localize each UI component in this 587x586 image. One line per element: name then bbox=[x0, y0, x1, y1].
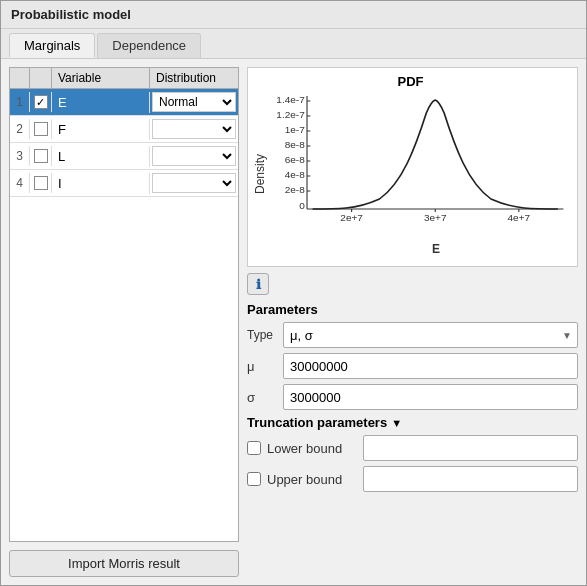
row-num: 1 bbox=[10, 92, 30, 112]
table-row[interactable]: 1 E Normal bbox=[10, 89, 238, 116]
svg-text:3e+7: 3e+7 bbox=[424, 213, 447, 223]
checkbox-f[interactable] bbox=[34, 122, 48, 136]
svg-text:0: 0 bbox=[299, 201, 305, 211]
truncation-arrow-icon: ▼ bbox=[391, 417, 402, 429]
checkbox-l[interactable] bbox=[34, 149, 48, 163]
truncation-label-text: Truncation parameters bbox=[247, 415, 387, 430]
left-panel: Variable Distribution 1 E Normal bbox=[9, 67, 239, 577]
parameters-label: Parameters bbox=[247, 302, 578, 317]
svg-text:1e-7: 1e-7 bbox=[285, 125, 305, 135]
svg-text:1.2e-7: 1.2e-7 bbox=[276, 110, 304, 120]
col-header-check bbox=[30, 68, 52, 88]
svg-text:4e-8: 4e-8 bbox=[285, 170, 305, 180]
svg-text:1.4e-7: 1.4e-7 bbox=[276, 95, 304, 105]
col-header-num bbox=[10, 68, 30, 88]
type-select[interactable]: μ, σ bbox=[283, 322, 578, 348]
upper-bound-checkbox[interactable] bbox=[247, 472, 261, 486]
svg-text:2e+7: 2e+7 bbox=[340, 213, 363, 223]
checkbox-i[interactable] bbox=[34, 176, 48, 190]
distribution-select-f[interactable] bbox=[152, 119, 236, 139]
lower-bound-input[interactable] bbox=[363, 435, 578, 461]
svg-text:4e+7: 4e+7 bbox=[508, 213, 531, 223]
import-morris-button[interactable]: Import Morris result bbox=[9, 550, 239, 577]
chart-area: Density 1.4e-7 1.2e-7 1e-7 bbox=[252, 91, 569, 256]
row-num: 2 bbox=[10, 119, 30, 139]
type-row: Type μ, σ bbox=[247, 322, 578, 348]
mu-row: μ bbox=[247, 353, 578, 379]
table-row[interactable]: 2 F bbox=[10, 116, 238, 143]
row-checkbox-i[interactable] bbox=[30, 173, 52, 193]
table-row[interactable]: 3 L bbox=[10, 143, 238, 170]
variables-table: Variable Distribution 1 E Normal bbox=[9, 67, 239, 542]
window-title: Probabilistic model bbox=[1, 1, 586, 29]
row-dist-i bbox=[150, 170, 238, 196]
lower-bound-label: Lower bound bbox=[267, 441, 357, 456]
sigma-label: σ bbox=[247, 390, 277, 405]
pdf-chart: PDF Density 1.4e-7 1.2e-7 bbox=[247, 67, 578, 267]
y-axis-label: Density bbox=[252, 91, 268, 256]
main-content: Variable Distribution 1 E Normal bbox=[1, 59, 586, 585]
main-window: Probabilistic model Marginals Dependence… bbox=[0, 0, 587, 586]
sigma-row: σ bbox=[247, 384, 578, 410]
upper-bound-label: Upper bound bbox=[267, 472, 357, 487]
tab-bar: Marginals Dependence bbox=[1, 29, 586, 59]
distribution-select-e[interactable]: Normal bbox=[152, 92, 236, 112]
x-axis-label: E bbox=[303, 242, 569, 256]
mu-input[interactable] bbox=[283, 353, 578, 379]
type-label: Type bbox=[247, 328, 277, 342]
checkbox-checked-e[interactable] bbox=[34, 95, 48, 109]
chart-inner: 1.4e-7 1.2e-7 1e-7 8e-8 6e-8 4e-8 2e-8 0 bbox=[268, 91, 569, 256]
distribution-select-i[interactable] bbox=[152, 173, 236, 193]
parameters-section: ℹ Parameters Type μ, σ μ σ bbox=[247, 273, 578, 492]
tab-dependence[interactable]: Dependence bbox=[97, 33, 201, 58]
row-var-e: E bbox=[52, 92, 150, 113]
mu-label: μ bbox=[247, 359, 277, 374]
row-dist-l bbox=[150, 143, 238, 169]
row-var-f: F bbox=[52, 119, 150, 140]
col-header-variable: Variable bbox=[52, 68, 150, 88]
chart-svg: 1.4e-7 1.2e-7 1e-7 8e-8 6e-8 4e-8 2e-8 0 bbox=[268, 91, 569, 240]
row-checkbox-e[interactable] bbox=[30, 92, 52, 112]
row-checkbox-l[interactable] bbox=[30, 146, 52, 166]
row-num: 3 bbox=[10, 146, 30, 166]
lower-bound-checkbox[interactable] bbox=[247, 441, 261, 455]
lower-bound-row: Lower bound bbox=[247, 435, 578, 461]
col-header-distribution: Distribution bbox=[150, 68, 238, 88]
table-row[interactable]: 4 I bbox=[10, 170, 238, 197]
svg-text:8e-8: 8e-8 bbox=[285, 140, 305, 150]
distribution-select-l[interactable] bbox=[152, 146, 236, 166]
table-header: Variable Distribution bbox=[10, 68, 238, 89]
row-var-i: I bbox=[52, 173, 150, 194]
upper-bound-input[interactable] bbox=[363, 466, 578, 492]
right-panel: PDF Density 1.4e-7 1.2e-7 bbox=[247, 67, 578, 577]
row-checkbox-f[interactable] bbox=[30, 119, 52, 139]
row-var-l: L bbox=[52, 146, 150, 167]
row-num: 4 bbox=[10, 173, 30, 193]
type-select-wrapper: μ, σ bbox=[283, 322, 578, 348]
truncation-header[interactable]: Truncation parameters ▼ bbox=[247, 415, 578, 430]
sigma-input[interactable] bbox=[283, 384, 578, 410]
info-button[interactable]: ℹ bbox=[247, 273, 269, 295]
upper-bound-row: Upper bound bbox=[247, 466, 578, 492]
chart-title: PDF bbox=[252, 74, 569, 89]
row-dist-f bbox=[150, 116, 238, 142]
svg-text:2e-8: 2e-8 bbox=[285, 185, 305, 195]
svg-text:6e-8: 6e-8 bbox=[285, 155, 305, 165]
row-dist-e: Normal bbox=[150, 89, 238, 115]
tab-marginals[interactable]: Marginals bbox=[9, 33, 95, 58]
